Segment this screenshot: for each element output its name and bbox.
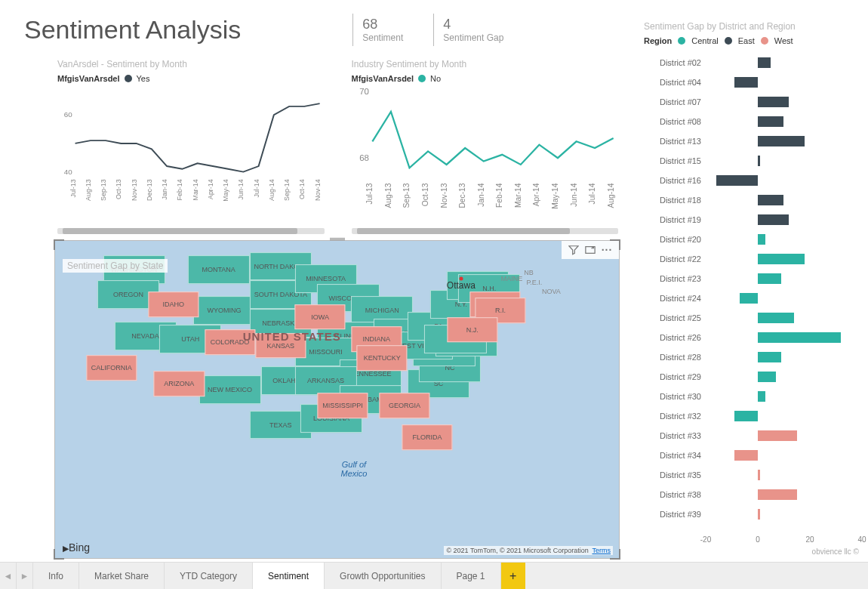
bar-rect <box>758 372 776 382</box>
bar-row[interactable]: District #28 <box>644 347 862 367</box>
bar-row[interactable]: District #26 <box>644 328 862 347</box>
svg-text:Apr-14: Apr-14 <box>207 179 214 199</box>
kpi-sentiment: 68 Sentiment <box>352 14 412 46</box>
map-state[interactable] <box>447 317 497 343</box>
map-state[interactable] <box>148 291 199 317</box>
chart-scrollbar[interactable] <box>57 228 325 234</box>
map-visual[interactable]: ··· Sentiment Gap by State WASHINGTONORE… <box>54 240 620 559</box>
svg-text:40: 40 <box>64 168 72 176</box>
map-canvas[interactable]: WASHINGTONOREGONNEVADAUTAHMONTANAWYOMING… <box>55 241 619 558</box>
add-page-button[interactable]: + <box>501 563 525 589</box>
focus-mode-icon[interactable] <box>584 244 596 256</box>
bar-rect <box>758 352 781 362</box>
bar-row[interactable]: District #23 <box>644 269 862 288</box>
tab-sentiment[interactable]: Sentiment <box>253 563 325 589</box>
svg-text:68: 68 <box>359 153 369 162</box>
bar-row[interactable]: District #34 <box>644 446 862 465</box>
bar-rect <box>758 234 765 245</box>
bar-row[interactable]: District #29 <box>644 367 862 387</box>
map-state[interactable] <box>380 393 430 419</box>
bar-row[interactable]: District #18 <box>644 190 862 210</box>
svg-text:Jul-14: Jul-14 <box>588 183 596 204</box>
bing-logo: ▶Bing <box>63 541 90 554</box>
more-options-icon[interactable]: ··· <box>601 244 613 256</box>
kpi-sentiment-gap: 4 Sentiment Gap <box>433 14 512 46</box>
bar-row[interactable]: District #35 <box>644 465 862 485</box>
resize-handle[interactable] <box>330 238 345 240</box>
map-state[interactable] <box>193 296 255 325</box>
bar-label: District #24 <box>644 294 706 303</box>
bar-label: District #04 <box>644 78 706 87</box>
bar-label: District #02 <box>644 58 706 67</box>
map-state[interactable] <box>402 425 452 451</box>
map-state[interactable] <box>317 393 368 419</box>
map-attribution: © 2021 TomTom, © 2021 Microsoft Corporat… <box>444 546 613 555</box>
map-state[interactable] <box>199 375 260 404</box>
bar-label: District #16 <box>644 176 706 185</box>
chart-scrollbar[interactable] <box>352 228 619 234</box>
bar-row[interactable]: District #02 <box>644 53 862 72</box>
bar-chart-title: Sentiment Gap by District and Region <box>644 21 862 32</box>
svg-text:Dec-13: Dec-13 <box>146 179 153 201</box>
map-state[interactable] <box>86 355 137 381</box>
line-chart-svg: 6870Jul-13Aug-13Sep-13Oct-13Nov-13Dec-13… <box>352 86 619 225</box>
bar-chart[interactable]: District #02District #04District #07Dist… <box>644 53 862 535</box>
bar-label: District #39 <box>644 510 706 519</box>
svg-text:May-14: May-14 <box>222 179 229 202</box>
svg-text:Mar-14: Mar-14 <box>513 183 522 208</box>
bar-row[interactable]: District #08 <box>644 112 862 131</box>
filter-icon[interactable] <box>568 244 580 256</box>
terms-link[interactable]: Terms <box>593 547 611 554</box>
map-state[interactable] <box>357 346 408 372</box>
bar-rect <box>758 254 805 264</box>
bar-row[interactable]: District #39 <box>644 504 862 524</box>
kpi-label: Sentiment <box>362 32 403 43</box>
tab-page-1[interactable]: Page 1 <box>442 563 501 589</box>
tab-prev-button[interactable]: ◄ <box>0 563 17 589</box>
tab-ytd-category[interactable]: YTD Category <box>165 563 253 589</box>
bar-row[interactable]: District #24 <box>644 288 862 308</box>
svg-text:Jul-14: Jul-14 <box>253 179 260 197</box>
bar-label: District #19 <box>644 215 706 224</box>
bar-label: District #34 <box>644 451 706 460</box>
svg-text:Oct-13: Oct-13 <box>421 183 429 206</box>
bar-label: District #25 <box>644 313 706 322</box>
bar-row[interactable]: District #16 <box>644 171 862 190</box>
bar-row[interactable]: District #13 <box>644 131 862 151</box>
bar-row[interactable]: District #38 <box>644 485 862 504</box>
svg-text:Feb-14: Feb-14 <box>176 179 183 200</box>
svg-text:Aug-14: Aug-14 <box>268 179 275 201</box>
page-tabs: ◄ ► InfoMarket ShareYTD CategorySentimen… <box>0 562 868 589</box>
svg-text:Apr-14: Apr-14 <box>532 183 540 206</box>
chart-industry-sentiment[interactable]: Industry Sentiment by Month MfgisVanArsd… <box>352 59 619 234</box>
map-state[interactable] <box>154 371 205 396</box>
tab-info[interactable]: Info <box>33 563 79 589</box>
tab-growth-opportunities[interactable]: Growth Opportunities <box>325 563 441 589</box>
map-state[interactable] <box>294 304 345 330</box>
svg-text:Jun-14: Jun-14 <box>569 183 577 207</box>
tab-market-share[interactable]: Market Share <box>79 563 165 589</box>
bar-row[interactable]: District #32 <box>644 406 862 426</box>
bar-row[interactable]: District #25 <box>644 308 862 328</box>
bar-row[interactable]: District #33 <box>644 426 862 446</box>
bar-row[interactable]: District #15 <box>644 151 862 171</box>
bar-chart-legend: Region Central East West <box>644 36 862 45</box>
bar-row[interactable]: District #07 <box>644 92 862 112</box>
bar-label: District #13 <box>644 137 706 146</box>
svg-text:Mar-14: Mar-14 <box>192 179 199 200</box>
legend-dot-yes <box>125 75 132 82</box>
bar-rect <box>758 430 797 441</box>
bar-row[interactable]: District #22 <box>644 249 862 269</box>
bar-row[interactable]: District #30 <box>644 387 862 406</box>
chart-vanarsdel-sentiment[interactable]: VanArsdel - Sentiment by Month MfgisVanA… <box>57 59 325 234</box>
bar-row[interactable]: District #19 <box>644 210 862 230</box>
tab-next-button[interactable]: ► <box>17 563 33 589</box>
map-state[interactable] <box>188 255 250 284</box>
bar-row[interactable]: District #20 <box>644 230 862 249</box>
bar-label: District #28 <box>644 353 706 362</box>
bar-rect <box>758 195 783 205</box>
bar-label: District #18 <box>644 196 706 205</box>
bar-label: District #26 <box>644 333 706 342</box>
svg-text:Aug-14: Aug-14 <box>606 183 614 208</box>
bar-row[interactable]: District #04 <box>644 72 862 92</box>
